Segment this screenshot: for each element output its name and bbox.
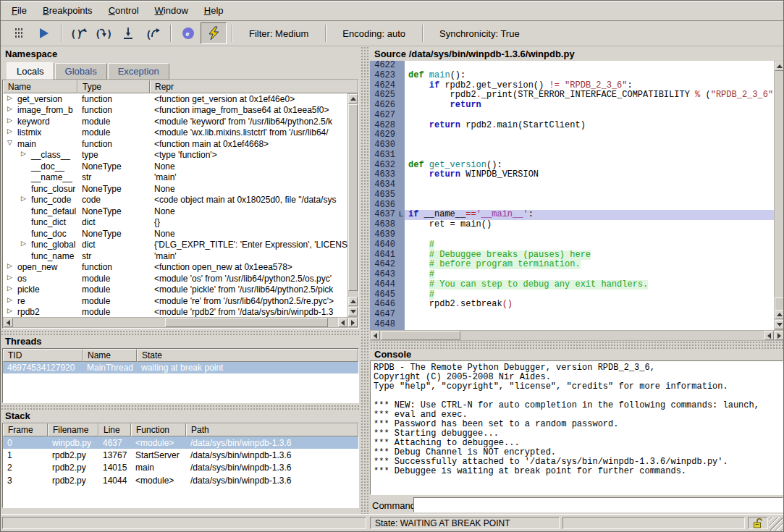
- svg-text:(): (): [70, 28, 83, 40]
- source-line[interactable]: 4639: [370, 230, 774, 240]
- table-row[interactable]: ▷listmixmodule<module 'wx.lib.mixins.lis…: [3, 127, 347, 139]
- source-line[interactable]: 4632def get_version():: [370, 161, 774, 171]
- table-row[interactable]: 3rpdb2.py14044<module>/data/sys/bin/winp…: [3, 474, 358, 486]
- console-line: *** Debuggee is waiting at break point f…: [374, 467, 780, 476]
- source-line[interactable]: 4637Lif __name__=='__main__':: [370, 210, 774, 220]
- command-input[interactable]: [413, 497, 783, 512]
- splitter-threads-stack[interactable]: [1, 405, 361, 410]
- source-line[interactable]: 4646 rpdb2.setbreak(): [370, 300, 774, 310]
- table-row[interactable]: func_closurNoneTypeNone: [3, 183, 347, 195]
- namespace-hscrollbar[interactable]: [3, 317, 358, 328]
- table-row[interactable]: __name__str'main': [3, 172, 347, 184]
- source-line[interactable]: 4625 rpdb2._print(STR_ERROR_INTERFACE_CO…: [370, 90, 774, 101]
- table-row[interactable]: ▷__class__type<type 'function'>: [3, 150, 347, 161]
- table-row[interactable]: ▷image_from_bfunction<function image_fro…: [3, 105, 347, 117]
- source-line[interactable]: 4627: [370, 111, 774, 121]
- menu-breakpoints[interactable]: Breakpoints: [35, 1, 101, 20]
- go-button[interactable]: [31, 23, 56, 43]
- column-header-frame[interactable]: Frame: [3, 423, 48, 436]
- source-line[interactable]: 4628 return rpdb2.main(StartClient): [370, 121, 774, 131]
- column-header-state[interactable]: State: [137, 349, 358, 362]
- line-number: 4624: [370, 81, 405, 91]
- source-line[interactable]: 4630: [370, 140, 774, 151]
- table-row[interactable]: func_namestr'main': [3, 250, 347, 262]
- menu-control[interactable]: Control: [101, 1, 147, 20]
- namespace-table: NameTypeRepr ▷get_versionfunction<functi…: [2, 80, 359, 329]
- table-row[interactable]: ▷remodule<module 're' from '/usr/lib64/p…: [3, 295, 347, 307]
- source-line[interactable]: 4623def main():: [370, 71, 774, 81]
- source-line[interactable]: 4640 #: [370, 240, 774, 250]
- source-vscrollbar[interactable]: [774, 61, 784, 330]
- source-line[interactable]: 4636: [370, 200, 774, 211]
- tab-locals[interactable]: Locals: [7, 62, 54, 80]
- column-header-name[interactable]: Name: [83, 349, 137, 362]
- column-header-line[interactable]: Line: [98, 423, 131, 436]
- source-hscrollbar[interactable]: [370, 330, 784, 341]
- column-header-type[interactable]: Type: [77, 80, 150, 93]
- source-line[interactable]: 4629: [370, 130, 774, 140]
- menu-window[interactable]: Window: [147, 1, 196, 20]
- return-button[interactable]: (: [140, 23, 165, 43]
- column-header-filename[interactable]: Filename: [48, 423, 98, 436]
- resize-grip[interactable]: [769, 517, 783, 531]
- menu-file[interactable]: File: [4, 1, 35, 20]
- table-row[interactable]: ▷func_codecode<code object main at 0x180…: [3, 195, 347, 206]
- line-number: 4626: [370, 101, 405, 111]
- table-row[interactable]: func_docNoneTypeNone: [3, 228, 347, 240]
- tab-globals[interactable]: Globals: [55, 63, 107, 80]
- source-line[interactable]: 4634: [370, 180, 774, 190]
- table-row[interactable]: 1rpdb2.py13767StartServer/data/sys/bin/w…: [3, 449, 358, 461]
- table-row[interactable]: 2rpdb2.py14015main/data/sys/bin/winpdb-1…: [3, 462, 358, 474]
- table-row[interactable]: 46974534127920MainThreadwaiting at break…: [3, 362, 358, 373]
- source-line[interactable]: 4633 return WINPDB_VERSION: [370, 170, 774, 180]
- source-line[interactable]: 4624 if rpdb2.get_version() != "RPDB_2_3…: [370, 81, 774, 91]
- splitter-source-console[interactable]: [370, 341, 784, 349]
- column-header-path[interactable]: Path: [186, 423, 358, 436]
- table-row[interactable]: ▷get_versionfunction<function get_versio…: [3, 93, 347, 105]
- menu-help[interactable]: Help: [196, 1, 232, 20]
- table-row[interactable]: ▷rpdb2module<module 'rpdb2' from '/data/…: [3, 307, 347, 318]
- source-line[interactable]: 4622: [370, 61, 774, 71]
- source-line[interactable]: 4631: [370, 151, 774, 161]
- table-row[interactable]: __doc__NoneTypeNone: [3, 161, 347, 172]
- break-button[interactable]: [7, 23, 31, 43]
- table-row[interactable]: func_defaulNoneTypeNone: [3, 206, 347, 217]
- column-header-name[interactable]: Name: [3, 80, 77, 93]
- table-row[interactable]: ▷osmodule<module 'os' from '/usr/lib64/p…: [3, 273, 347, 284]
- splitter-vertical[interactable]: [361, 46, 370, 516]
- source-line[interactable]: 4642 # before program termination.: [370, 260, 774, 270]
- table-row[interactable]: func_dictdict{}: [3, 217, 347, 229]
- source-line[interactable]: 4644 # You can step to debug any exit ha…: [370, 280, 774, 290]
- synchronicity-button[interactable]: [201, 22, 227, 44]
- goto-button[interactable]: [116, 23, 140, 43]
- source-line[interactable]: 4635: [370, 190, 774, 200]
- column-header-tid[interactable]: TID: [3, 349, 83, 362]
- stack-table: FrameFilenameLineFunctionPath 0winpdb.py…: [2, 423, 359, 508]
- source-line[interactable]: 4641 # Debuggee breaks (pauses) here: [370, 250, 774, 261]
- namespace-vscrollbar[interactable]: [347, 93, 358, 317]
- source-line[interactable]: 4648: [370, 320, 774, 330]
- table-row[interactable]: ▷keywordmodule<module 'keyword' from '/u…: [3, 116, 347, 127]
- step-button[interactable]: ( ): [91, 23, 116, 43]
- table-row[interactable]: ▷open_newfunction<function open_new at 0…: [3, 262, 347, 274]
- table-row[interactable]: 0winpdb.py4637<module>/data/sys/bin/winp…: [3, 436, 358, 449]
- exception-icon: e: [181, 26, 195, 41]
- source-line[interactable]: 4643 #: [370, 270, 774, 280]
- source-line[interactable]: 4638 ret = main(): [370, 220, 774, 230]
- table-row[interactable]: ▽mainfunction<function main at 0x1ef4668…: [3, 138, 347, 150]
- splitter-namespace-threads[interactable]: [1, 330, 361, 336]
- column-header-function[interactable]: Function: [131, 423, 186, 436]
- source-line[interactable]: 4647: [370, 310, 774, 320]
- line-number: 4648: [370, 320, 405, 330]
- tab-exception[interactable]: Exception: [108, 63, 169, 80]
- analyze-exception-button[interactable]: e: [176, 23, 201, 43]
- line-number: 4645: [370, 290, 405, 300]
- source-code-view[interactable]: 46224623def main():4624 if rpdb2.get_ver…: [370, 61, 774, 330]
- console-output[interactable]: RPDB - The Remote Python Debugger, versi…: [370, 360, 783, 495]
- next-button[interactable]: (): [67, 23, 91, 43]
- table-row[interactable]: ▷func_globaldict{'DLG_EXPR_TITLE': 'Ente…: [3, 240, 347, 251]
- column-header-repr[interactable]: Repr: [150, 80, 358, 93]
- source-line[interactable]: 4645 #: [370, 290, 774, 300]
- table-row[interactable]: ▷picklemodule<module 'pickle' from '/usr…: [3, 284, 347, 296]
- source-line[interactable]: 4626 return: [370, 101, 774, 111]
